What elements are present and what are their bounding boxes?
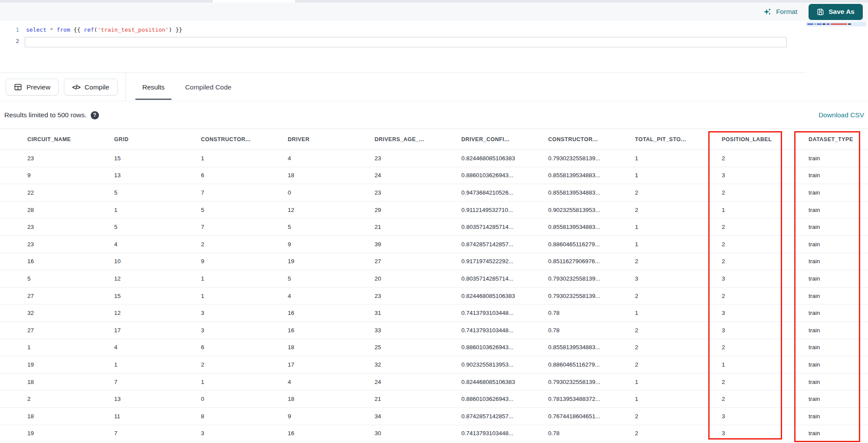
tab-results[interactable]: Results	[135, 73, 172, 101]
compile-button[interactable]: </> Compile	[64, 79, 118, 96]
sql-code-line[interactable]: select * from {{ ref('train_test_positio…	[26, 24, 182, 36]
column-header: DRIVER_CONFI...	[461, 136, 548, 142]
table-cell: 4	[288, 155, 375, 162]
table-cell: 0.7930232558139...	[548, 379, 635, 385]
tab-compiled-code[interactable]: Compiled Code	[178, 73, 238, 101]
table-cell: 0.9473684210526...	[461, 189, 548, 196]
results-limit-message: Results limited to 500 rows. ?	[4, 111, 99, 119]
table-cell: 1	[635, 396, 722, 402]
sql-editor[interactable]: 1 2 select * from {{ ref('train_test_pos…	[0, 21, 868, 73]
table-cell: 13	[114, 172, 201, 179]
table-cell: 2	[635, 430, 722, 436]
table-cell: 1	[201, 155, 288, 162]
table-cell: 3	[635, 275, 722, 282]
table-cell: 11	[114, 413, 201, 420]
minimap-segment	[814, 23, 816, 25]
help-icon[interactable]: ?	[91, 111, 99, 119]
table-cell: train	[809, 172, 868, 179]
table-cell: train	[809, 189, 868, 196]
editor-minimap[interactable]	[806, 21, 868, 73]
format-button[interactable]: Format	[763, 7, 797, 17]
preview-label: Preview	[26, 83, 50, 91]
table-cell: 2	[722, 241, 809, 248]
code-token	[46, 26, 50, 33]
table-cell: 0.7930232558139...	[548, 275, 635, 282]
table-cell: 1	[201, 293, 288, 299]
download-csv-link[interactable]: Download CSV	[819, 111, 864, 119]
minimap-segment	[822, 23, 825, 25]
table-cell: 2	[722, 293, 809, 299]
table-cell: 0.8860103626943...	[461, 172, 548, 179]
table-cell: train	[809, 293, 868, 299]
code-token: select	[26, 26, 46, 33]
table-cell: 1	[201, 275, 288, 282]
table-cell: 3	[201, 310, 288, 316]
table-cell: 7	[201, 189, 288, 196]
table-cell: 1	[201, 379, 288, 385]
table-cell: 5	[201, 207, 288, 213]
table-cell: 3	[722, 310, 809, 316]
sparkles-icon	[763, 7, 772, 17]
table-cell: train	[809, 430, 868, 436]
table-row: 14618250.8860103626943...0.8558139534883…	[0, 339, 868, 357]
minimap-segment	[831, 23, 847, 25]
table-cell: 2	[635, 189, 722, 196]
preview-button[interactable]: Preview	[6, 79, 59, 96]
table-cell: 6	[201, 172, 288, 179]
table-cell: 3	[201, 327, 288, 334]
active-line-highlight	[25, 37, 787, 47]
table-cell: 23	[375, 189, 461, 196]
table-cell: 2	[722, 224, 809, 230]
table-row: 51215200.8035714285714...0.7930232558139…	[0, 270, 868, 288]
table-cell: 10	[114, 258, 201, 264]
table-cell: 2	[635, 258, 722, 264]
table-cell: 0.7930232558139...	[548, 293, 635, 299]
code-token: from	[56, 26, 70, 33]
table-cell: 8	[201, 413, 288, 420]
table-cell: 0	[288, 189, 375, 196]
table-cell: 1	[114, 207, 201, 213]
column-header: CONSTRUCTOR...	[548, 136, 635, 142]
table-cell: 2	[27, 396, 114, 402]
table-cell: 9	[201, 258, 288, 264]
table-cell: 1	[635, 241, 722, 248]
save-icon	[817, 8, 824, 16]
table-row: 913618240.8860103626943...0.855813953488…	[0, 167, 868, 185]
table-cell: 1	[635, 379, 722, 385]
table-cell: 4	[288, 293, 375, 299]
minimap-segment	[848, 23, 851, 25]
table-cell: 17	[114, 327, 201, 334]
table-cell: 19	[27, 430, 114, 436]
save-as-button[interactable]: Save As	[809, 4, 863, 20]
table-cell: train	[809, 224, 868, 230]
table-cell: 31	[375, 310, 461, 316]
tab-results-label: Results	[142, 83, 165, 91]
table-cell: 29	[375, 207, 461, 213]
table-row: 23575210.8035714285714...0.8558139534883…	[0, 218, 868, 236]
results-info-bar: Results limited to 500 rows. ? Download …	[0, 102, 868, 129]
table-cell: 2	[722, 155, 809, 162]
table-cell: 30	[375, 430, 461, 436]
table-cell: 23	[375, 155, 461, 162]
table-cell: train	[809, 258, 868, 264]
table-cell: 16	[27, 258, 114, 264]
minimap-segment	[817, 23, 822, 25]
table-cell: 34	[375, 413, 461, 420]
code-token: {{	[70, 26, 84, 33]
column-header: TOTAL_PIT_STO...	[635, 136, 722, 142]
table-cell: 16	[288, 310, 375, 316]
table-cell: 0.8860103626943...	[461, 396, 548, 402]
table-cell: 0.8860465116279...	[548, 241, 635, 248]
table-cell: 0.8558139534883...	[548, 224, 635, 230]
table-cell: train	[809, 310, 868, 316]
table-cell: 1	[635, 224, 722, 230]
table-cell: 3	[722, 275, 809, 282]
toolbar-divider	[125, 73, 126, 101]
table-cell: 7	[114, 430, 201, 436]
line-number-1: 1	[0, 24, 19, 36]
table-cell: 27	[375, 258, 461, 264]
table-cell: 2	[722, 396, 809, 402]
table-cell: 13	[114, 396, 201, 402]
column-header: GRID	[114, 136, 201, 142]
table-cell: 18	[288, 172, 375, 179]
